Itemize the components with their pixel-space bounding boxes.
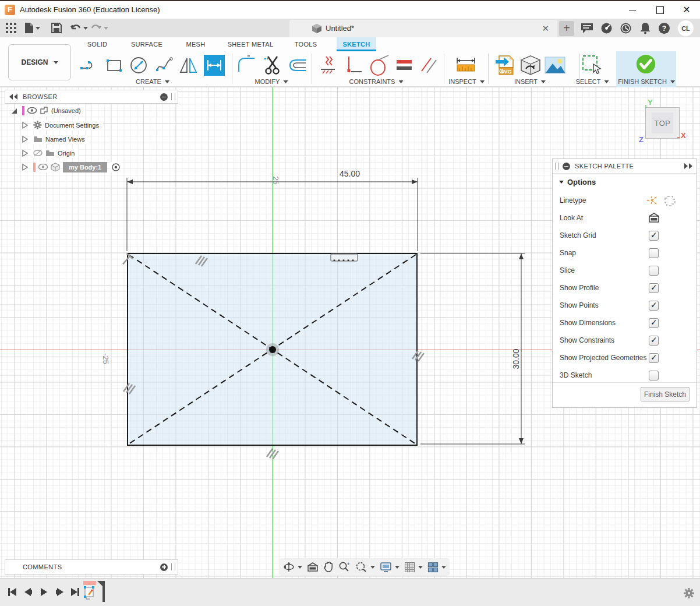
browser-item-my-body[interactable]: my Body:1: [22, 161, 122, 173]
circle-tool-icon[interactable]: [128, 55, 149, 76]
sketch-center-point[interactable]: [266, 343, 279, 356]
centerline-linetype-icon[interactable]: [646, 195, 659, 206]
expanded-caret-icon[interactable]: [12, 108, 17, 114]
options-section-header[interactable]: Options: [557, 178, 596, 186]
show-profile-checkbox[interactable]: [649, 283, 659, 293]
timeline-settings-gear-icon[interactable]: [683, 587, 695, 600]
undo-button[interactable]: [70, 21, 88, 35]
zoom-button[interactable]: ±: [338, 561, 351, 573]
group-label-modify[interactable]: MODIFY: [255, 78, 288, 85]
vertical-horizontal-constraint-icon[interactable]: [343, 55, 364, 76]
comments-panel-header[interactable]: COMMENTS: [5, 559, 178, 575]
viewcube-face-label[interactable]: TOP: [655, 119, 671, 128]
look-at-icon[interactable]: [648, 213, 660, 223]
tab-surface[interactable]: SURFACE: [125, 37, 169, 51]
viewcube[interactable]: TOP: [645, 107, 680, 139]
save-icon[interactable]: [51, 21, 62, 35]
group-label-select[interactable]: SELECT: [576, 78, 609, 85]
browser-item-document-settings[interactable]: Document Settings: [22, 119, 103, 131]
job-status-icon[interactable]: [600, 21, 613, 35]
document-tab[interactable]: Untitled* ✕: [289, 20, 557, 37]
equal-constraint-icon[interactable]: [394, 55, 415, 76]
collapsed-caret-icon[interactable]: [22, 164, 28, 171]
line-tool-icon[interactable]: [78, 55, 99, 76]
notifications-bell-icon[interactable]: [639, 21, 651, 35]
sketch-dimension-tool-icon[interactable]: [204, 55, 225, 76]
show-projected-geometries-checkbox[interactable]: [649, 353, 659, 363]
group-label-finish-sketch[interactable]: FINISH SKETCH: [618, 78, 675, 85]
show-dimensions-checkbox[interactable]: [649, 318, 659, 328]
ground-radio-icon[interactable]: [110, 162, 122, 172]
visibility-eye-icon[interactable]: [38, 164, 48, 170]
avatar[interactable]: CL: [678, 20, 694, 36]
browser-item-named-views[interactable]: Named Views: [22, 133, 89, 145]
clock-history-icon[interactable]: [620, 21, 632, 35]
sketch-grid-checkbox[interactable]: [649, 231, 659, 241]
app-grid-icon[interactable]: [6, 21, 16, 35]
finish-sketch-button[interactable]: Finish Sketch: [641, 387, 690, 401]
width-dimension-value[interactable]: 45.00: [340, 169, 360, 178]
offset-tool-icon[interactable]: [288, 55, 309, 76]
help-icon[interactable]: ?: [658, 21, 670, 35]
group-label-inspect[interactable]: INSPECT: [448, 78, 485, 85]
visibility-off-eye-icon[interactable]: [33, 149, 43, 157]
zoom-window-button[interactable]: [355, 561, 375, 573]
look-at-button[interactable]: [307, 562, 319, 572]
browser-item-origin[interactable]: Origin: [22, 147, 79, 159]
comments-grip[interactable]: [171, 563, 175, 570]
group-label-constraints[interactable]: CONSTRAINTS: [349, 78, 404, 85]
3d-sketch-checkbox[interactable]: [649, 371, 659, 380]
document-tab-close-icon[interactable]: ✕: [542, 23, 549, 34]
collapsed-caret-icon[interactable]: [22, 136, 28, 143]
group-label-create[interactable]: CREATE: [136, 78, 169, 85]
orbit-button[interactable]: [283, 561, 302, 573]
snap-checkbox[interactable]: [649, 248, 659, 258]
rectangle-tool-icon[interactable]: [104, 55, 125, 76]
selected-body-label[interactable]: my Body:1: [63, 162, 107, 172]
show-points-checkbox[interactable]: [649, 301, 659, 311]
palette-collapse-icon[interactable]: [563, 163, 570, 170]
tangent-constraint-icon[interactable]: [369, 55, 390, 76]
tab-sketch[interactable]: SKETCH: [337, 37, 376, 51]
tab-sheet-metal[interactable]: SHEET METAL: [222, 37, 278, 51]
timeline-step-back-button[interactable]: [22, 586, 34, 598]
close-button[interactable]: ✕: [673, 1, 700, 19]
browser-panel-header[interactable]: BROWSER: [5, 90, 178, 104]
select-tool-icon[interactable]: [582, 55, 603, 76]
timeline-skip-end-button[interactable]: [69, 586, 82, 598]
fillet-tool-icon[interactable]: [236, 55, 257, 76]
measure-tool-icon[interactable]: [455, 55, 476, 76]
show-constraints-checkbox[interactable]: [649, 336, 659, 346]
timeline-play-button[interactable]: [37, 586, 50, 598]
insert-canvas-image-icon[interactable]: [545, 55, 565, 76]
slice-checkbox[interactable]: [649, 266, 659, 276]
visibility-eye-icon[interactable]: [27, 107, 37, 114]
collapse-right-icon[interactable]: [684, 163, 693, 169]
pan-button[interactable]: [323, 561, 334, 573]
group-label-insert[interactable]: INSERT: [514, 78, 546, 85]
timeline-step-forward-button[interactable]: [53, 586, 66, 598]
trim-tool-icon[interactable]: [262, 55, 283, 76]
timeline-sketch-feature[interactable]: [83, 581, 107, 604]
tab-solid[interactable]: SOLID: [79, 37, 115, 51]
insert-svg-icon[interactable]: SVG: [494, 55, 515, 76]
grid-settings-button[interactable]: [404, 562, 423, 573]
collapse-left-icon[interactable]: [9, 94, 18, 100]
palette-grip[interactable]: [555, 163, 559, 170]
new-document-tab-button[interactable]: +: [559, 21, 574, 36]
timeline-skip-start-button[interactable]: [6, 586, 19, 598]
display-settings-button[interactable]: [380, 562, 400, 573]
comments-icon[interactable]: [581, 21, 593, 35]
add-comment-icon[interactable]: [160, 563, 168, 571]
construction-linetype-icon[interactable]: [663, 195, 676, 206]
minimize-button[interactable]: [619, 1, 646, 19]
spline-tool-icon[interactable]: [154, 55, 175, 76]
browser-item-unsaved[interactable]: (Unsaved): [12, 105, 85, 117]
insert-mesh-icon[interactable]: [520, 55, 541, 76]
tab-tools[interactable]: TOOLS: [288, 37, 324, 51]
collapsed-caret-icon[interactable]: [22, 122, 28, 129]
browser-collapse-icon[interactable]: [160, 93, 168, 101]
file-menu-button[interactable]: [24, 21, 40, 35]
viewports-button[interactable]: [427, 562, 446, 573]
parallel-constraint-icon[interactable]: [418, 55, 439, 76]
